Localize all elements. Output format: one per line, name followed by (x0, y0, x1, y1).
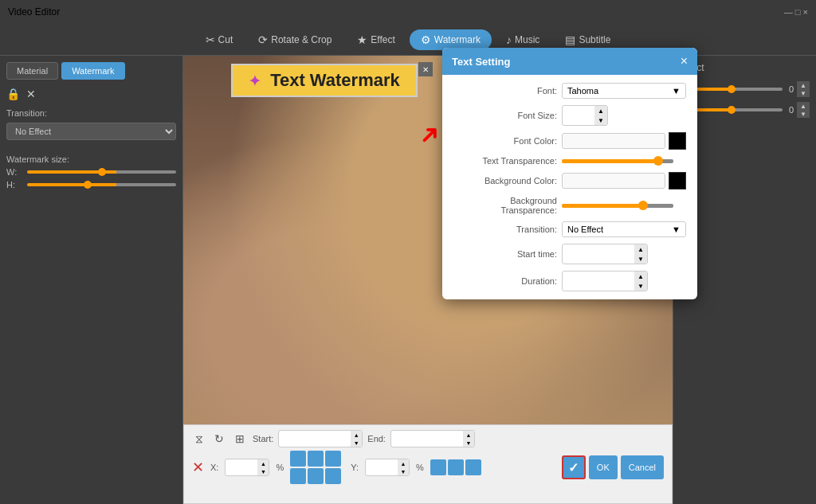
start-time-control: 00 :00 :00 .000 ▲ ▼ (562, 244, 686, 264)
text-transparence-field-row: Text Transparence: (453, 156, 686, 166)
font-color-input[interactable]: #000000FF (562, 133, 665, 149)
transition-field-row: Transition: No Effect ▼ (453, 221, 686, 237)
toolbar-start-spin-btns: ▲ ▼ (351, 431, 362, 447)
font-size-input[interactable]: 43 (563, 108, 594, 123)
cancel-button[interactable]: Cancel (621, 455, 664, 479)
cut-icon: ✂ (206, 33, 215, 46)
x-spinner: 1.70 ▲ ▼ (225, 459, 269, 476)
filter-icon-btn[interactable]: ⧖ (192, 431, 206, 447)
start-time-field-row: Start time: 00 :00 :00 .000 ▲ ▼ (453, 244, 686, 264)
watermark-icon: ⚙ (421, 33, 431, 46)
dialog-transition-dropdown[interactable]: No Effect ▼ (562, 221, 686, 237)
bg-transparence-label: Background Transparence: (453, 196, 557, 215)
x-down[interactable]: ▼ (257, 467, 269, 475)
x-label: X: (210, 463, 218, 472)
transition-select[interactable]: No Effect (6, 123, 176, 140)
toolbar-start-spinner: 00 :00 :00 .000 ▲ ▼ (278, 430, 363, 447)
tab-music[interactable]: ♪ Music (495, 29, 551, 50)
watermark-text-label[interactable]: ✦ Text Watermark (231, 64, 418, 97)
toolbar-end-input[interactable]: 00 :00 :02 .453 (391, 432, 463, 445)
confirm-checkmark-btn[interactable]: ✓ (562, 455, 586, 479)
grid-mid-left[interactable] (290, 468, 306, 484)
effect-spin-down-1[interactable]: ▼ (797, 89, 810, 97)
start-time-input[interactable]: 00 :00 :00 .000 (563, 247, 634, 261)
delete-icon[interactable]: ✕ (26, 88, 36, 100)
dialog-transition-control: No Effect ▼ (562, 221, 686, 237)
font-value: Tahoma (567, 86, 598, 96)
font-dropdown[interactable]: Tahoma ▼ (562, 83, 686, 99)
duration-field-row: Duration: 00 :00 :02 .453 ▲ ▼ (453, 271, 686, 291)
refresh-icon-btn[interactable]: ↻ (211, 431, 227, 447)
grid-bot-right[interactable] (465, 459, 481, 475)
toolbar-row-1: ⧖ ↻ ⊞ Start: 00 :00 :00 .000 ▲ ▼ End: 00… (192, 430, 664, 447)
toolbar-end-up[interactable]: ▲ (463, 431, 474, 439)
grid-bot-center[interactable] (448, 459, 464, 475)
tab-subtitle[interactable]: ▤ Subtitle (554, 29, 622, 50)
start-time-down[interactable]: ▼ (634, 254, 647, 264)
toolbar-row-2: ✕ X: 1.70 ▲ ▼ % Y: 0.00 ▲ ▼ % (192, 451, 664, 484)
watermark-delete-btn[interactable]: ✕ (418, 62, 433, 76)
font-control: Tahoma ▼ (562, 83, 686, 99)
dialog-close-button[interactable]: × (681, 54, 688, 68)
grid-top-right[interactable] (325, 451, 341, 467)
font-size-down[interactable]: ▼ (594, 115, 607, 125)
font-dropdown-arrow: ▼ (672, 86, 681, 96)
bg-color-field-row: Background Color: #00000000 (453, 172, 686, 189)
font-size-up[interactable]: ▲ (594, 106, 607, 115)
ok-button[interactable]: OK (589, 455, 618, 479)
effect-spin-down-2[interactable]: ▼ (797, 110, 810, 118)
grid-mid-right[interactable] (325, 468, 341, 484)
lock-delete-row: 🔒 ✕ (6, 88, 176, 100)
x-input[interactable]: 1.70 (226, 461, 257, 474)
grid-top-center[interactable] (308, 451, 324, 467)
toolbar-start-input[interactable]: 00 :00 :00 .000 (279, 432, 351, 445)
start-time-up[interactable]: ▲ (634, 244, 647, 254)
grid-icon-btn[interactable]: ⊞ (232, 431, 248, 447)
effect-spin-up-1[interactable]: ▲ (797, 81, 810, 89)
material-tab[interactable]: Material (6, 62, 58, 80)
bg-transparence-slider[interactable] (562, 204, 673, 208)
app-title: Video Editor (8, 6, 60, 18)
duration-up[interactable]: ▲ (634, 272, 647, 281)
y-down[interactable]: ▼ (398, 467, 409, 475)
y-up[interactable]: ▲ (398, 459, 409, 467)
bg-color-input[interactable]: #00000000 (562, 173, 665, 189)
width-slider[interactable] (27, 170, 176, 174)
confirm-icon: ✓ (568, 460, 579, 475)
effect-spin-up-2[interactable]: ▲ (797, 102, 810, 110)
toolbar-close-button[interactable]: ✕ (192, 459, 204, 476)
duration-down[interactable]: ▼ (634, 281, 647, 291)
tab-watermark[interactable]: ⚙ Watermark (410, 29, 492, 50)
font-label: Font: (453, 86, 557, 96)
toolbar-start-down[interactable]: ▼ (351, 439, 362, 447)
tab-cut[interactable]: ✂ Cut (194, 29, 245, 50)
tab-effect[interactable]: ★ Effect (346, 29, 406, 50)
start-time-label: Start time: (453, 249, 557, 259)
y-spin-btns: ▲ ▼ (398, 459, 409, 475)
bg-color-swatch[interactable] (669, 172, 686, 189)
y-unit: % (416, 463, 424, 472)
toolbar-end-down[interactable]: ▼ (463, 439, 474, 447)
toolbar-start-up[interactable]: ▲ (351, 431, 362, 439)
toolbar-action-buttons: ✓ OK Cancel (562, 455, 664, 479)
effect-icon: ★ (357, 33, 367, 46)
y-input[interactable]: 0.00 (366, 461, 398, 474)
x-up[interactable]: ▲ (257, 459, 269, 467)
text-transparence-slider[interactable] (562, 159, 673, 163)
duration-spin-btns: ▲ ▼ (634, 272, 647, 291)
grid-mid-center[interactable] (308, 468, 324, 484)
effect-value-2: 0 (786, 105, 794, 115)
font-color-swatch[interactable] (669, 132, 686, 150)
tab-rotate-crop[interactable]: ⟳ Rotate & Crop (247, 29, 343, 50)
duration-input[interactable]: 00 :00 :02 .453 (563, 274, 634, 288)
lock-icon[interactable]: 🔒 (6, 88, 20, 100)
dialog-transition-label: Transition: (453, 225, 557, 234)
start-time-spinner: 00 :00 :00 .000 ▲ ▼ (562, 244, 648, 264)
rotate-icon: ⟳ (258, 33, 268, 46)
grid-top-left[interactable] (290, 451, 306, 467)
grid-bot-left[interactable] (430, 459, 446, 475)
font-size-control: 43 ▲ ▼ (562, 105, 686, 126)
height-slider[interactable] (27, 183, 176, 186)
font-size-spinner: 43 ▲ ▼ (562, 105, 608, 126)
watermark-tab[interactable]: Watermark (61, 62, 124, 80)
